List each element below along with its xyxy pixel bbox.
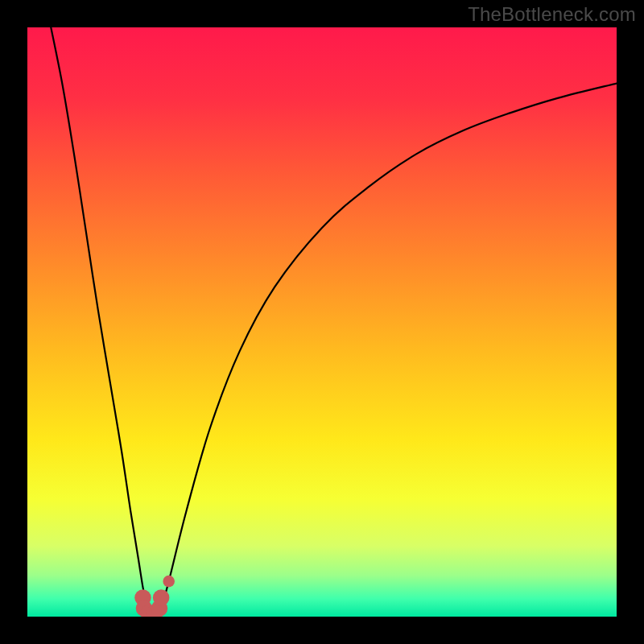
plot-area <box>27 27 617 617</box>
valley-marker <box>163 576 175 588</box>
curves-layer <box>27 27 617 617</box>
right-curve <box>160 84 617 614</box>
chart-frame: TheBottleneck.com <box>0 0 644 644</box>
valley-marker <box>153 589 170 606</box>
valley-markers <box>134 576 175 617</box>
left-curve <box>51 27 149 613</box>
watermark-text: TheBottleneck.com <box>468 3 636 26</box>
